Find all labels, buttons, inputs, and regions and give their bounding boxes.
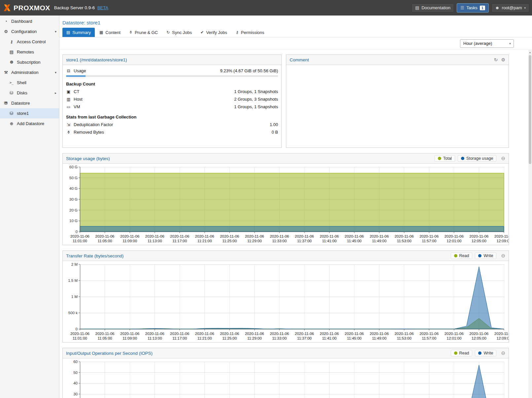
legend-write[interactable]: Write [475,350,496,356]
svg-text:11:17:00: 11:17:00 [172,239,187,243]
tab-sync-jobs[interactable]: ↻ Sync Jobs [162,28,196,37]
collapse-icon[interactable]: ⊖ [501,350,505,356]
sidebar-item-configuration[interactable]: ⚙ Configuration ▾ [0,26,59,37]
svg-text:12:09:00: 12:09:00 [497,336,509,340]
svg-text:11:49:00: 11:49:00 [372,239,386,243]
sidebar-item-datastore[interactable]: ⛃ Datastore [0,98,59,108]
tab-label: Sync Jobs [172,30,192,35]
usage-label: Usage [74,68,86,73]
tab-verify-jobs[interactable]: ✔ Verify Jobs [196,28,231,37]
sidebar-item-dashboard[interactable]: ◔ Dashboard [0,16,59,26]
period-value: Hour (average) [463,41,492,46]
svg-text:2020-11-06: 2020-11-06 [95,234,115,238]
tab-permissions[interactable]: ⚷ Permissions [232,28,268,37]
user-menu-button[interactable]: ☻ root@pam ▾ [491,3,529,13]
panel-header: Storage usage (bytes) Total Storage usag… [63,153,509,164]
svg-text:20 G: 20 G [69,208,78,212]
sidebar-item-shell[interactable]: >_ Shell [0,78,59,88]
svg-text:11:41:00: 11:41:00 [322,239,337,243]
svg-text:0: 0 [76,327,78,331]
gear-icon[interactable]: ⚙ [501,57,505,62]
svg-text:50: 50 [73,371,78,375]
scroll-up-icon[interactable]: ▲ [528,50,532,54]
panel-title: Comment [290,57,309,62]
legend-read[interactable]: Read [451,350,473,356]
collapse-icon[interactable]: ⊖ [501,155,505,161]
svg-text:11:17:00: 11:17:00 [172,336,187,340]
svg-text:2020-11-06: 2020-11-06 [444,332,464,336]
svg-text:11:41:00: 11:41:00 [322,336,337,340]
comment-body[interactable] [286,65,509,67]
user-icon: ☻ [495,5,500,10]
svg-text:2020-11-06: 2020-11-06 [170,234,189,238]
compress-icon: ⇲ [66,122,71,127]
usage-bar-fill [66,75,86,77]
svg-text:2020-11-06: 2020-11-06 [395,332,414,336]
sidebar-item-administration[interactable]: ⚒ Administration ▾ [0,67,59,78]
svg-text:11:13:00: 11:13:00 [148,239,162,243]
tab-label: Permissions [241,30,265,35]
gear-icon: ⚙ [3,29,9,34]
svg-text:11:57:00: 11:57:00 [422,336,436,340]
chevron-down-icon: ▾ [507,40,514,48]
sidebar-item-label: Datastore [11,101,30,106]
chart-title: Input/Output Operations per Second (IOPS… [66,351,153,356]
sidebar-item-access-control[interactable]: ⚷ Access Control [0,37,59,47]
collapse-arrow-icon[interactable]: ▾ [55,71,56,74]
svg-text:2020-11-06: 2020-11-06 [170,332,189,336]
check-circle-icon: ✔ [200,30,204,35]
tasks-button[interactable]: ☰ Tasks 1 [457,3,489,13]
sidebar-item-label: Access Control [17,39,46,44]
collapse-arrow-icon[interactable]: ▾ [55,30,56,33]
wrench-icon: ⚒ [3,70,9,75]
expand-arrow-icon[interactable]: ▸ [55,91,56,95]
sidebar-item-remotes[interactable]: ▤ Remotes [0,47,59,57]
storage-usage-panel: Storage usage (bytes) Total Storage usag… [62,153,509,245]
tab-content[interactable]: ▦ Content [95,28,124,37]
svg-text:2020-11-06: 2020-11-06 [494,332,509,336]
period-select[interactable]: Hour (average) ▾ [460,39,514,48]
legend-label: Write [483,351,493,355]
svg-text:40 G: 40 G [69,186,78,190]
key-icon: ⚷ [236,30,239,35]
sidebar-item-subscription[interactable]: ☸ Subscription [0,57,59,67]
page-title: Datastore: store1 [59,16,532,28]
tasks-label: Tasks [467,5,478,10]
transfer-rate-panel: Transfer Rate (bytes/second) Read Write … [62,250,509,343]
chevron-down-icon: ▾ [524,6,526,10]
legend-write[interactable]: Write [475,252,496,259]
scrollbar[interactable]: ▲ [528,50,532,398]
svg-text:11:25:00: 11:25:00 [222,336,237,340]
sidebar-item-store1[interactable]: ⛁ store1 [0,108,59,118]
svg-text:2020-11-06: 2020-11-06 [370,332,389,336]
sidebar-item-disks[interactable]: ⛁ Disks ▸ [0,88,59,98]
documentation-button[interactable]: ▤ Documentation [411,3,454,13]
chart-title: Storage usage (bytes) [66,156,110,161]
svg-text:11:21:00: 11:21:00 [197,239,212,243]
reload-icon[interactable]: ↻ [494,57,498,62]
host-label: Host [74,97,83,102]
svg-text:11:25:00: 11:25:00 [222,239,237,243]
proxmox-logo: PROXMOX [3,3,50,12]
legend-read[interactable]: Read [451,252,473,259]
chart-title: Transfer Rate (bytes/second) [66,253,124,258]
panel-header: Input/Output Operations per Second (IOPS… [63,348,509,358]
iops-chart: 01020304050602020-11-0611:01:002020-11-0… [63,358,509,398]
host-value: 2 Groups, 3 Snapshots [234,97,278,102]
tab-summary[interactable]: ▤ Summary [62,28,95,37]
scroll-thumb[interactable] [529,55,531,164]
sidebar-item-add-datastore[interactable]: ⊕ Add Datastore [0,118,59,129]
svg-text:10 G: 10 G [69,219,78,223]
svg-text:2020-11-06: 2020-11-06 [295,332,314,336]
legend-storage-usage[interactable]: Storage usage [458,155,496,162]
legend-total[interactable]: Total [435,155,455,162]
collapse-icon[interactable]: ⊖ [501,253,505,259]
ct-label: CT [74,89,79,94]
svg-text:2020-11-06: 2020-11-06 [220,234,239,238]
server-icon: ▤ [9,50,14,54]
svg-text:11:53:00: 11:53:00 [397,239,411,243]
svg-text:11:45:00: 11:45:00 [347,336,362,340]
beta-link[interactable]: BETA [97,5,108,10]
terminal-icon: >_ [9,81,14,84]
tab-prune-gc[interactable]: ⚱ Prune & GC [125,28,162,37]
